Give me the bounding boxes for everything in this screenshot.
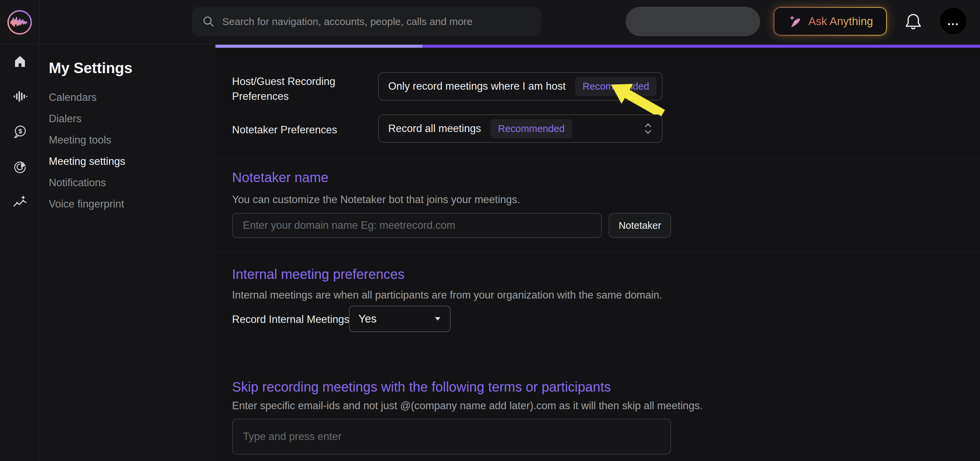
section-divider (215, 158, 980, 159)
home-icon[interactable] (12, 54, 28, 69)
settings-menu: Calendars Dialers Meeting tools Meeting … (40, 87, 215, 215)
host-guest-recording-label: Host/Guest Recording Preferences (232, 74, 340, 104)
meetrecord-logo-icon (6, 9, 33, 36)
notetaker-preferences-select[interactable]: Record all meetings Recommended (378, 114, 663, 143)
scroll-progress-indicator (215, 45, 422, 48)
sidebar-item-calendars[interactable]: Calendars (40, 87, 215, 108)
settings-sidebar: My Settings Calendars Dialers Meeting to… (40, 45, 215, 461)
ask-anything-label: Ask Anything (808, 15, 873, 28)
notifications-bell-icon[interactable] (904, 12, 923, 32)
notetaker-name-input[interactable] (232, 213, 602, 238)
record-internal-meetings-value: Yes (358, 312, 377, 325)
insights-icon[interactable] (12, 193, 28, 209)
host-guest-recording-select[interactable]: Only record meetings where I am host Rec… (378, 72, 663, 101)
user-avatar-menu[interactable]: ... (940, 8, 966, 34)
svg-text:$: $ (19, 128, 22, 135)
meeting-settings-panel: Host/Guest Recording Preferences Only re… (215, 45, 980, 461)
coaching-icon[interactable] (12, 158, 28, 174)
skip-recording-description: Enter specific email-ids and not just @(… (232, 400, 703, 412)
sidebar-item-notifications[interactable]: Notifications (40, 172, 215, 193)
search-input[interactable] (222, 16, 531, 27)
caret-down-icon (434, 317, 441, 321)
search-icon (202, 15, 215, 29)
skip-recording-input[interactable] (232, 419, 671, 455)
sidebar-item-meeting-tools[interactable]: Meeting tools (40, 129, 215, 150)
ask-anything-button[interactable]: Ask Anything (774, 7, 887, 36)
record-internal-meetings-select[interactable]: Yes (349, 306, 450, 332)
top-bar: Ask Anything ... (0, 0, 980, 44)
internal-meeting-heading: Internal meeting preferences (232, 267, 404, 282)
sidebar-item-voice-fingerprint[interactable]: Voice fingerprint (40, 193, 215, 215)
internal-meeting-description: Internal meetings are when all participa… (232, 289, 662, 301)
app-logo[interactable] (0, 0, 40, 44)
notetaker-button[interactable]: Notetaker (609, 213, 671, 238)
notetaker-name-heading: Notetaker name (232, 170, 329, 185)
skip-recording-heading: Skip recording meetings with the followi… (232, 379, 611, 394)
select-chevrons-icon (644, 122, 652, 136)
magic-wand-icon (788, 14, 802, 29)
notetaker-name-description: You can customize the Notetaker bot that… (232, 193, 520, 206)
deals-chat-icon[interactable]: $ (12, 124, 28, 139)
topbar-placeholder-pill (626, 7, 760, 36)
nav-icon-rail: $ (0, 45, 40, 461)
sidebar-title: My Settings (49, 60, 132, 76)
sidebar-item-dialers[interactable]: Dialers (40, 108, 215, 129)
scroll-progress-bar (215, 45, 980, 48)
recommended-badge: Recommended (490, 119, 572, 138)
record-internal-meetings-label: Record Internal Meetings (232, 314, 349, 326)
notetaker-preferences-label: Notetaker Preferences (232, 122, 340, 138)
section-divider (215, 252, 980, 252)
host-guest-recording-value: Only record meetings where I am host (388, 80, 566, 92)
recommended-badge: Recommended (575, 77, 657, 96)
notetaker-preferences-value: Record all meetings (388, 122, 481, 135)
sidebar-item-meeting-settings[interactable]: Meeting settings (40, 150, 215, 172)
global-search[interactable] (192, 7, 541, 36)
voice-waveform-icon[interactable] (12, 89, 28, 104)
